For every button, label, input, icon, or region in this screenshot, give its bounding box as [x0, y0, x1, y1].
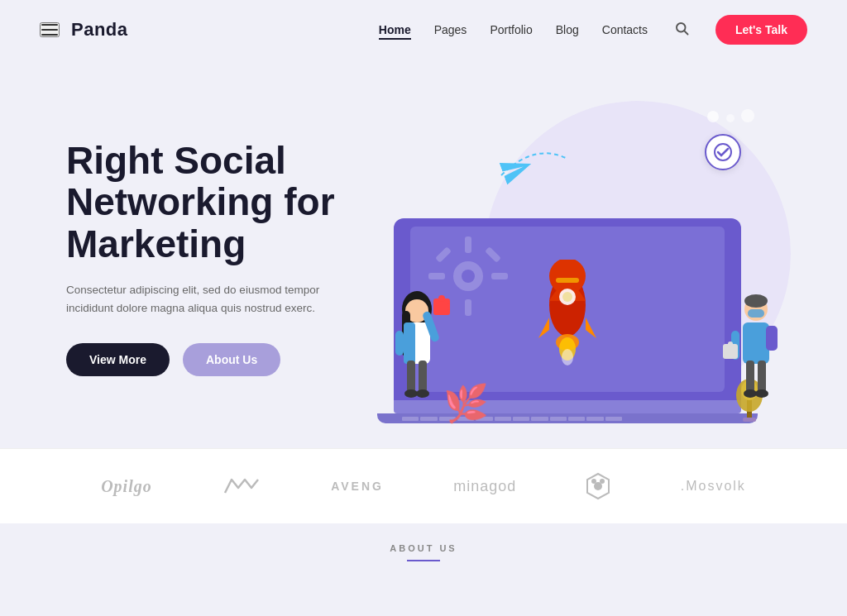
deco-circles: [706, 107, 756, 127]
brand-hex: [586, 472, 610, 500]
svg-rect-39: [746, 361, 754, 394]
svg-rect-33: [395, 331, 404, 356]
lets-talk-button[interactable]: Let's Talk: [715, 15, 807, 45]
brand-opilgo: Opilgo: [101, 477, 152, 496]
svg-rect-24: [404, 322, 415, 364]
rocket-icon: [534, 260, 601, 367]
svg-point-45: [728, 341, 733, 346]
hero-illustration: 🌿: [361, 84, 807, 432]
hero-text-block: Right Social Networking for Marketing Co…: [66, 140, 361, 377]
svg-point-31: [438, 295, 445, 302]
svg-point-52: [591, 479, 596, 484]
navbar: Panda Home Pages Portfolio Blog Contacts: [0, 0, 847, 60]
nav-item-contacts[interactable]: Contacts: [602, 22, 648, 37]
svg-rect-38: [766, 326, 778, 351]
brand-mosvolk: .Mosvolk: [681, 479, 746, 494]
svg-point-27: [404, 389, 418, 398]
male-character: [723, 286, 789, 422]
checkmark-badge: [705, 134, 741, 170]
svg-rect-26: [419, 361, 427, 394]
about-us-section-label: ABOUT US: [0, 523, 847, 570]
nav-right: Home Pages Portfolio Blog Contacts Let's…: [379, 15, 807, 45]
plant-left-icon: 🌿: [443, 382, 489, 425]
hamburger-menu[interactable]: [40, 22, 60, 37]
hero-section: Right Social Networking for Marketing Co…: [0, 60, 847, 448]
brand-logo: Panda: [71, 19, 128, 41]
nav-left: Panda: [40, 19, 128, 41]
female-character: [384, 286, 450, 422]
nav-item-home[interactable]: Home: [379, 22, 411, 37]
view-more-button[interactable]: View More: [66, 343, 170, 376]
svg-rect-36: [748, 309, 764, 318]
nav-item-portfolio[interactable]: Portfolio: [490, 22, 532, 37]
svg-line-1: [684, 31, 687, 34]
search-button[interactable]: [674, 21, 689, 39]
nav-item-blog[interactable]: Blog: [556, 22, 579, 37]
nav-links: Home Pages Portfolio Blog Contacts: [379, 22, 648, 37]
nav-item-pages[interactable]: Pages: [434, 22, 467, 37]
hero-title: Right Social Networking for Marketing: [66, 140, 361, 265]
svg-point-18: [562, 349, 573, 365]
svg-rect-11: [485, 246, 501, 263]
svg-point-42: [755, 389, 768, 398]
svg-rect-25: [407, 361, 415, 394]
svg-point-28: [416, 389, 429, 398]
svg-rect-9: [491, 273, 508, 279]
svg-point-35: [744, 294, 768, 308]
brands-section: Opilgo AVENG minagod .Mosvolk: [0, 448, 847, 523]
svg-rect-40: [758, 361, 766, 394]
svg-point-41: [744, 389, 757, 398]
svg-point-53: [600, 479, 605, 484]
svg-point-5: [462, 270, 475, 283]
brand-minagod: minagod: [453, 478, 516, 495]
about-us-button[interactable]: About Us: [183, 343, 280, 376]
svg-rect-37: [743, 322, 769, 364]
brand-aveng: AVENG: [331, 480, 384, 493]
svg-rect-10: [435, 246, 452, 263]
about-section-underline: [407, 560, 440, 561]
svg-rect-19: [556, 278, 579, 283]
hero-buttons: View More About Us: [66, 343, 361, 376]
svg-point-15: [562, 292, 572, 302]
svg-rect-6: [465, 236, 471, 253]
svg-rect-7: [465, 299, 471, 316]
hero-description: Consectetur adipiscing elit, sed do eius…: [66, 281, 361, 317]
svg-rect-8: [428, 273, 445, 279]
brand-m: [222, 476, 261, 496]
